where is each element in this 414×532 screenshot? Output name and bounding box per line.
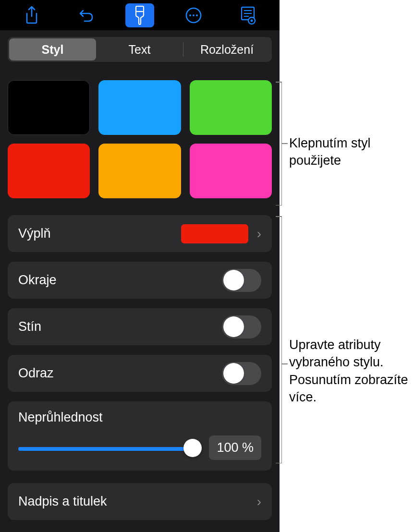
tab-text[interactable]: Text [96,38,183,60]
top-toolbar [0,0,280,30]
share-button[interactable] [17,3,46,27]
swatch-black[interactable] [8,80,90,135]
slider-track [18,447,199,451]
border-label: Okraje [18,273,222,288]
svg-point-4 [196,14,198,16]
format-button[interactable] [125,3,154,27]
callouts: Klepnutím styl použijete Upravte atribut… [280,0,414,532]
undo-icon [77,6,95,24]
toggle-knob [223,316,244,337]
caption-row[interactable]: Nadpis a titulek › [8,483,272,520]
swatch-green[interactable] [190,80,272,135]
fill-color-preview [181,224,248,243]
fill-label: Výplň [18,226,181,241]
tab-style[interactable]: Styl [9,38,96,60]
swatch-pink[interactable] [190,144,272,198]
format-panel: Styl Text Rozložení Výplň › [0,0,280,532]
toggle-knob [223,363,244,384]
fill-row[interactable]: Výplň › [8,215,272,252]
slider-thumb[interactable] [183,439,202,457]
swatch-orange[interactable] [98,144,181,198]
undo-button[interactable] [72,3,100,27]
svg-point-2 [189,14,191,16]
callout-apply-style: Klepnutím styl použijete [289,134,414,169]
toggle-knob [223,270,244,290]
svg-point-3 [193,14,195,16]
reflection-label: Odraz [18,366,222,381]
shadow-label: Stín [18,319,222,334]
more-icon [185,7,202,24]
reflection-toggle[interactable] [222,362,261,385]
segmented-control: Styl Text Rozložení [8,37,272,62]
swatch-red[interactable] [8,144,90,198]
shadow-row: Stín [8,308,272,345]
caption-label: Nadpis a titulek [18,494,257,509]
opacity-row: Neprůhlednost 100 % [8,401,272,471]
callout-adjust-attrs: Upravte atributy vybraného stylu. Posunu… [289,336,414,406]
share-icon [24,6,39,25]
reader-button[interactable] [233,3,262,27]
opacity-label: Neprůhlednost [18,410,261,425]
reader-icon [239,6,256,25]
chevron-right-icon: › [257,494,261,509]
opacity-value[interactable]: 100 % [209,435,261,460]
more-button[interactable] [179,3,208,27]
shadow-toggle[interactable] [222,315,261,339]
border-row: Okraje [8,262,272,299]
chevron-right-icon: › [257,226,261,242]
opacity-slider[interactable] [18,441,199,455]
swatch-blue[interactable] [98,80,181,135]
border-toggle[interactable] [222,269,261,292]
svg-point-9 [250,19,253,22]
tab-layout[interactable]: Rozložení [183,38,270,60]
brush-icon [131,5,148,25]
reflection-row: Odraz [8,355,272,392]
style-swatches [8,80,272,198]
